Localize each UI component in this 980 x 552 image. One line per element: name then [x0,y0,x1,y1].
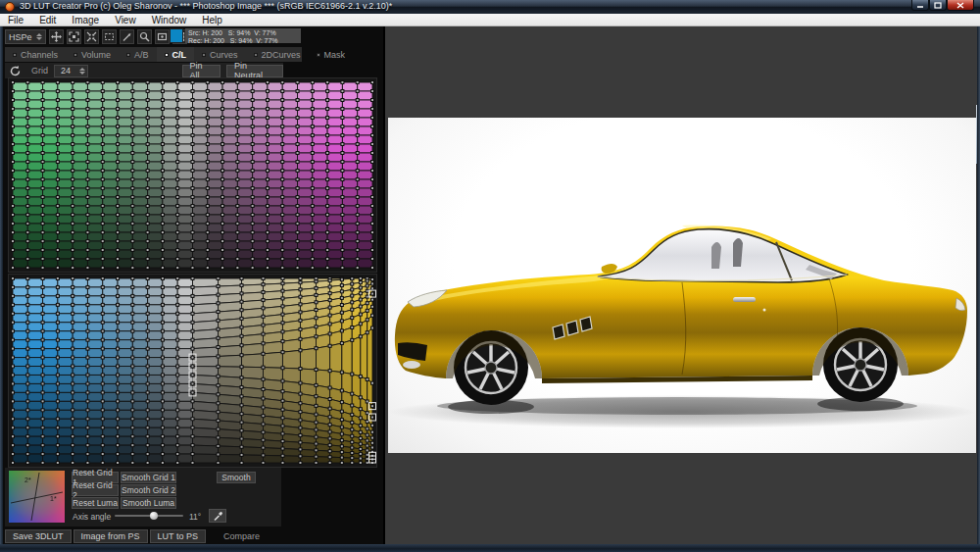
grid-size-spinner[interactable] [79,68,85,75]
tab-indicator [13,53,17,57]
preview-icon[interactable] [155,29,170,44]
car-image [388,118,976,453]
axis-angle-label: Axis angle [73,512,111,522]
move-icon[interactable] [49,29,64,44]
compare-toggle[interactable]: Compare [223,531,260,541]
tab-curves[interactable]: Curves [194,47,246,62]
tab-indicator [317,53,320,57]
eyedropper-icon[interactable] [209,509,226,523]
smooth-grid-2-button[interactable]: Smooth Grid 2 [121,484,176,496]
axis-angle-value: 11° [189,512,201,522]
grid-controls-row: Grid 24 Pin All Pin Neutral [5,63,283,78]
smooth-grid-1-button[interactable]: Smooth Grid 1 [121,472,176,483]
menu-file[interactable]: File [0,14,31,26]
menu-window[interactable]: Window [144,14,195,26]
zoom-icon[interactable] [137,29,152,44]
tab-indicator [165,53,169,57]
menu-help[interactable]: Help [194,14,230,26]
app-icon [5,2,15,12]
title-bar[interactable]: 3D LUT Creator Pro (c) Oleg Sharonov - *… [0,0,980,14]
slider-track[interactable] [115,515,183,517]
axis-angle-slider[interactable] [115,511,183,521]
image-preview[interactable] [388,118,976,453]
color-info-readout: Src: H: 200 S: 94% V: 77% Rec: H: 200 S:… [185,28,301,43]
slider-knob[interactable] [150,512,158,520]
grid-size-label: Grid [31,66,48,75]
maximize-button[interactable] [929,0,947,11]
window-title: 3D LUT Creator Pro (c) Oleg Sharonov - *… [20,1,392,11]
mode-tab-bar: Channels Volume A/B C/L Curves 2DCurves … [5,47,302,62]
grid-size-stepper[interactable]: 24 [54,65,87,77]
tab-indicator [126,53,130,57]
menu-edit[interactable]: Edit [31,14,64,26]
chroma-grid-blue-yellow[interactable] [8,274,377,468]
tab-channels[interactable]: Channels [5,47,66,62]
image-preview-panel [383,26,977,544]
grid-tools-panel: Reset Grid 1 Smooth Grid 1 Reset Grid 2 … [5,468,281,527]
menu-bar: File Edit Image View Window Help [0,14,980,26]
picked-color-swatch [170,28,183,43]
reset-grid-2-button[interactable]: Reset Grid 2 [72,484,119,496]
expand-icon[interactable] [67,29,81,44]
tab-2dcurves[interactable]: 2DCurves [246,47,309,62]
window-border-bottom [0,544,980,552]
pin-all-button[interactable]: Pin All [182,65,221,77]
chroma-grid-green-magenta[interactable] [8,77,377,273]
tab-ab[interactable]: A/B [119,47,157,62]
menu-view[interactable]: View [107,14,144,26]
reset-luma-button[interactable]: Reset Luma [72,497,119,509]
color-mode-select[interactable]: HSPe [5,29,46,44]
window-border-left [0,26,3,544]
footer-bar: Save 3DLUT Image from PS LUT to PS [5,529,206,544]
color-wheel-thumbnail[interactable] [9,471,65,523]
tab-cl[interactable]: C/L [157,47,195,62]
collapse-icon[interactable] [84,29,99,44]
smooth-button[interactable]: Smooth [217,472,256,483]
reset-view-icon[interactable] [9,65,22,77]
app-window: 3D LUT Creator Pro (c) Oleg Sharonov - *… [0,0,980,552]
app-content: HSPe [3,26,977,544]
tab-indicator [254,53,258,57]
rect-select-icon[interactable] [102,29,117,44]
save-3dlut-button[interactable]: Save 3DLUT [5,529,72,543]
tab-indicator [74,53,77,57]
lut-to-ps-button[interactable]: LUT to PS [150,529,206,543]
minimize-button[interactable] [911,0,929,11]
tab-mask[interactable]: Mask [309,47,354,62]
close-button[interactable] [947,0,974,11]
tab-volume[interactable]: Volume [66,47,119,62]
pin-neutral-button[interactable]: Pin Neutral [226,65,283,77]
smooth-luma-button[interactable]: Smooth Luma [121,497,176,509]
image-from-ps-button[interactable]: Image from PS [74,529,148,543]
mode-spinner[interactable] [36,33,42,40]
menu-image[interactable]: Image [64,14,107,26]
main-toolbar: HSPe [5,27,187,46]
picker-arrow-icon[interactable] [120,29,134,44]
tab-indicator [202,53,206,57]
